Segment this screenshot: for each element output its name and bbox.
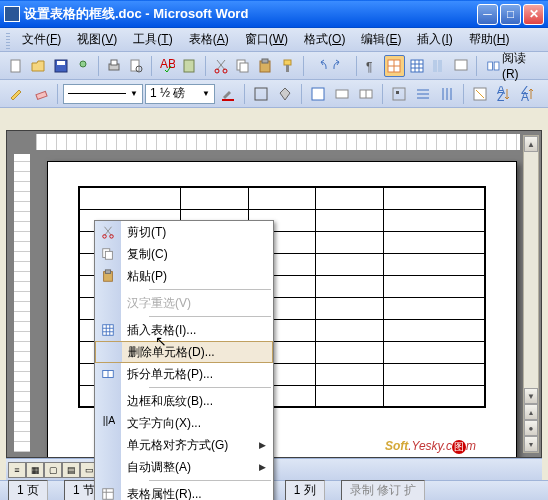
menu-help[interactable]: 帮助(H) [461,29,518,50]
distribute-cols-button[interactable] [436,83,458,105]
insert-table-button[interactable] [307,83,329,105]
menu-edit[interactable]: 编辑(E) [353,29,409,50]
blank-icon [95,456,121,478]
svg-text:A: A [521,90,529,102]
prev-page-button[interactable]: ▴ [524,404,538,420]
undo-button[interactable] [309,55,329,77]
close-button[interactable]: ✕ [523,4,544,25]
line-weight-combo[interactable]: 1 ½ 磅▼ [145,84,215,104]
border-button[interactable] [250,83,272,105]
svg-rect-16 [284,60,291,65]
sort-desc-button[interactable]: ZA [517,83,539,105]
svg-rect-6 [131,60,139,71]
vertical-ruler[interactable] [13,153,31,453]
menu-tools[interactable]: 工具(T) [125,29,180,50]
svg-text:||A: ||A [103,416,115,426]
menu-window[interactable]: 窗口(W) [237,29,296,50]
context-menu-item[interactable]: 边框和底纹(B)... [95,390,273,412]
format-painter-button[interactable] [277,55,297,77]
copy-button[interactable] [233,55,253,77]
svg-rect-58 [103,325,114,336]
status-column: 1 列 [285,480,325,500]
permission-button[interactable] [73,55,93,77]
maximize-button[interactable]: □ [500,4,521,25]
context-menu-item[interactable]: ||A文字方向(X)... [95,412,273,434]
read-mode-button[interactable]: 阅读(R) [482,55,544,77]
context-menu-item[interactable]: 插入表格(I)... [95,319,273,341]
web-view-button[interactable]: ▦ [26,462,44,478]
svg-rect-30 [488,62,493,70]
context-menu-item[interactable]: 自动调整(A)▶ [95,456,273,478]
title-bar: 设置表格的框线.doc - Microsoft Word ─ □ ✕ [0,0,548,28]
sort-asc-button[interactable]: AZ [493,83,515,105]
columns-button[interactable] [429,55,449,77]
menu-format[interactable]: 格式(O) [296,29,353,50]
menu-view[interactable]: 视图(V) [69,29,125,50]
blank-icon [95,292,121,314]
tables-borders-button[interactable] [384,55,404,77]
border-color-button[interactable] [217,83,239,105]
menu-item-label: 边框和底纹(B)... [121,393,259,410]
status-bar: 1 页 1 节 1/1 位置 1 行 1 列 录制 修订 扩 [0,480,548,500]
print-preview-button[interactable] [126,55,146,77]
paragraph-marks-button[interactable]: ¶ [362,55,382,77]
context-menu-item: 汉字重选(V) [95,292,273,314]
shading-button[interactable] [274,83,296,105]
new-doc-button[interactable] [6,55,26,77]
research-button[interactable] [180,55,200,77]
distribute-rows-button[interactable] [412,83,434,105]
autoformat-button[interactable] [469,83,491,105]
watermark: Soft.Yesky.c图m [385,436,476,454]
minimize-button[interactable]: ─ [477,4,498,25]
draw-table-button[interactable] [6,83,28,105]
cut-icon [95,221,121,243]
svg-rect-22 [411,60,423,72]
merge-cells-button[interactable] [331,83,353,105]
doc-map-button[interactable] [451,55,471,77]
line-style-combo[interactable]: ▼ [63,84,143,104]
scroll-up-button[interactable]: ▲ [524,136,538,152]
copy-icon [95,243,121,265]
menu-insert[interactable]: 插入(I) [409,29,460,50]
menu-item-label: 单元格对齐方式(G) [121,437,259,454]
svg-text:¶: ¶ [366,60,372,74]
horizontal-ruler[interactable] [35,133,521,151]
context-menu-item[interactable]: 拆分单元格(P)... [95,363,273,385]
context-menu-item[interactable]: 复制(C) [95,243,273,265]
context-menu-item[interactable]: 删除单元格(D)... [95,341,273,363]
table-split-icon [95,363,121,385]
svg-rect-40 [396,91,399,94]
paste-button[interactable] [255,55,275,77]
spellcheck-button[interactable]: AB [157,55,177,77]
print-button[interactable] [104,55,124,77]
next-page-button[interactable]: ▾ [524,436,538,452]
open-button[interactable] [28,55,48,77]
redo-button[interactable] [331,55,351,77]
context-menu-item[interactable]: 单元格对齐方式(G)▶ [95,434,273,456]
menu-file[interactable]: 文件(F) [14,29,69,50]
document-area: Soft.Yesky.c图m ▲ ▼ ▴ ● ▾ [6,130,542,458]
cut-button[interactable] [211,55,231,77]
outline-view-button[interactable]: ▤ [62,462,80,478]
vertical-scrollbar[interactable]: ▲ ▼ ▴ ● ▾ [523,135,539,453]
svg-rect-57 [105,270,110,274]
menu-table[interactable]: 表格(A) [181,29,237,50]
split-cells-button[interactable] [355,83,377,105]
align-button[interactable] [388,83,410,105]
toolbar-grip-icon [6,31,10,49]
eraser-button[interactable] [30,83,52,105]
context-menu-item[interactable]: 剪切(T) [95,221,273,243]
window-title: 设置表格的框线.doc - Microsoft Word [24,5,477,23]
browse-object-button[interactable]: ● [524,420,538,436]
svg-rect-28 [438,60,442,72]
menu-item-label: 自动调整(A) [121,459,259,476]
submenu-arrow-icon: ▶ [259,440,273,450]
context-menu-item[interactable]: 表格属性(R)... [95,483,273,500]
context-menu: 剪切(T)复制(C)粘贴(P)汉字重选(V)插入表格(I)...删除单元格(D)… [94,220,274,500]
print-view-button[interactable]: ▢ [44,462,62,478]
scroll-down-button[interactable]: ▼ [524,388,538,404]
save-button[interactable] [51,55,71,77]
normal-view-button[interactable]: ≡ [8,462,26,478]
insert-table-button[interactable] [407,55,427,77]
context-menu-item[interactable]: 粘贴(P) [95,265,273,287]
